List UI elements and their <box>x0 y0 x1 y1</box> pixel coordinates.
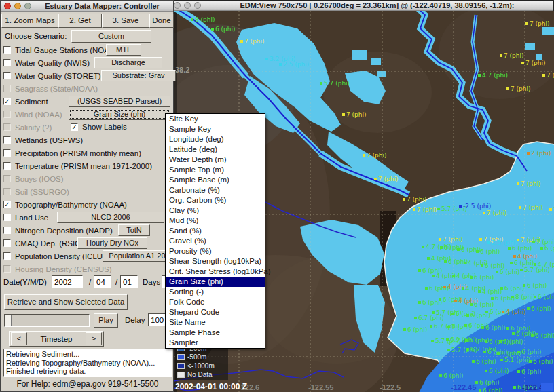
day-field[interactable] <box>120 275 138 288</box>
menu-item-org-carbon[interactable]: Org. Carbon (%) <box>166 195 265 205</box>
sample-marker-icon <box>472 360 475 363</box>
sample-marker-icon <box>485 370 487 372</box>
checkbox-precipitation-prism-monthly-mean[interactable] <box>3 149 11 157</box>
checkbox-land-use[interactable] <box>3 214 11 221</box>
button-nlcd-2006[interactable]: NLCD 2006 <box>57 212 164 223</box>
menu-item-site-name[interactable]: Site Name <box>166 317 265 328</box>
phi-label: 5.7 (phi) <box>520 267 550 273</box>
checkbox-sediment[interactable]: ✓ <box>3 98 11 105</box>
log-line: Retrieving Sediment... <box>6 350 169 359</box>
tab-3-save-data[interactable]: 3. Save Data <box>102 14 149 28</box>
sample-marker-icon <box>517 351 520 353</box>
minimize-icon[interactable] <box>14 3 21 9</box>
checkbox-show-labels[interactable]: ✓ <box>71 123 78 131</box>
sample-marker-icon <box>444 260 447 263</box>
sample-marker-icon <box>511 296 514 298</box>
checkbox-tidal-gauge-stations-noaa[interactable] <box>3 46 11 54</box>
menu-item-grain-size-phi[interactable]: Grain Size (phi) <box>166 277 265 287</box>
sample-marker-icon <box>413 208 416 211</box>
tab-2-get-data[interactable]: 2. Get Data <box>58 14 102 28</box>
button-usgs-seabed-parsed[interactable]: (USGS SEABED Parsed) <box>69 96 170 107</box>
year-field[interactable] <box>52 275 83 288</box>
menu-item-sample-phase[interactable]: Sample Phase <box>166 328 265 338</box>
sample-marker-icon <box>427 257 430 260</box>
timestep-prev-button[interactable]: < <box>11 332 27 345</box>
log-line: Finished retrieving data. <box>6 367 169 376</box>
tab-done[interactable]: Done <box>149 14 174 28</box>
play-button[interactable]: Play <box>94 313 118 328</box>
tab-bar: 1. Zoom Maps2. Get Data3. Save DataDone <box>1 14 174 28</box>
timestep-group: < Timestep > <box>9 331 104 347</box>
checkbox-temperature-prism-mean-1971-2000[interactable] <box>3 162 11 170</box>
menu-item-sampler[interactable]: Sampler <box>166 338 265 348</box>
phi-label: 6.7 (phi) <box>414 315 444 321</box>
longitude-label: -122.5 <box>380 383 401 391</box>
checkbox-wetlands-usfws[interactable] <box>3 136 11 144</box>
menu-item-shepard-code[interactable]: Shepard Code <box>166 307 265 317</box>
button-substrate-grav[interactable]: Substrate: Grav <box>101 70 176 81</box>
button-mtl[interactable]: MTL <box>106 44 141 56</box>
tab-1-zoom-maps[interactable]: 1. Zoom Maps <box>1 14 58 28</box>
resize-grip[interactable] <box>541 383 553 391</box>
phi-label: 6 (phi) <box>470 301 494 308</box>
menu-item-longitude-deg[interactable]: Longitude (deg) <box>166 134 265 144</box>
phi-label: 2.5 (phi) <box>279 61 309 68</box>
checkbox-nitrogen-deposition-nadp[interactable] <box>3 227 11 234</box>
menu-item-latitude-deg[interactable]: Latitude (deg) <box>166 144 265 155</box>
button-discharge[interactable]: Discharge <box>94 57 162 68</box>
sample-marker-icon <box>531 334 534 337</box>
month-field[interactable] <box>94 275 111 288</box>
menu-item-sample-key[interactable]: Sample Key <box>166 124 265 134</box>
menu-item-gravel[interactable]: Gravel (%) <box>166 236 265 246</box>
layer-row-wetlands-usfws: Wetlands (USFWS) <box>1 134 174 146</box>
menu-item-site-key[interactable]: Site Key <box>166 114 265 124</box>
zoom-icon[interactable] <box>194 2 201 9</box>
status-log[interactable]: Retrieving Sediment... Retrieving Topogr… <box>3 349 172 377</box>
menu-item-porosity[interactable]: Porosity (%) <box>166 246 265 256</box>
menu-item-sample-base-m[interactable]: Sample Base (m) <box>166 175 265 185</box>
phi-label: 6 (phi) <box>499 338 523 345</box>
button-hourly-dry-nox[interactable]: Hourly Dry NOx <box>77 237 147 249</box>
zoom-icon[interactable] <box>24 3 31 9</box>
sample-marker-icon <box>464 262 466 264</box>
menu-item-mud[interactable]: Mud (%) <box>166 216 265 226</box>
checkbox-population-density-iclus[interactable] <box>3 252 11 260</box>
sample-marker-icon <box>496 271 498 273</box>
sample-marker-icon <box>513 255 516 258</box>
menu-item-carbonate[interactable]: Carbonate (%) <box>166 185 265 195</box>
retrieve-button[interactable]: Retrieve and Show Selected Data <box>4 294 128 310</box>
close-icon[interactable] <box>4 3 11 9</box>
legend-label: No Data <box>187 371 213 378</box>
checkbox-topography-bathymetry-noaa[interactable]: ✓ <box>3 201 11 208</box>
menu-item-shear-strength-log10kpa[interactable]: Shear Strength (log10kPa) <box>166 256 265 267</box>
sample-marker-icon <box>265 58 268 60</box>
menu-item-sand[interactable]: Sand (%) <box>166 226 265 236</box>
longitude-label: -122.4 <box>522 383 543 391</box>
menu-item-clay[interactable]: Clay (%) <box>166 205 265 216</box>
phi-label: 6 (phi) <box>500 285 525 292</box>
menu-item-crit-shear-stress-log10kpa[interactable]: Crit. Shear Stress (log10kPa) <box>166 267 265 277</box>
layer-row-nitrogen-deposition-nadp: Nitrogen Deposition (NADP)TotN <box>1 224 174 237</box>
longitude-label: -122.45 <box>451 383 476 391</box>
sample-marker-icon <box>432 311 435 314</box>
checkbox-water-quality-nwis[interactable] <box>3 59 11 66</box>
menu-item-sample-top-m[interactable]: Sample Top (m) <box>166 165 265 175</box>
controller-titlebar[interactable]: Estuary Data Mapper: Controller <box>1 1 173 12</box>
close-icon[interactable] <box>174 2 181 9</box>
checkbox-cmaq-dep-rsig[interactable] <box>3 239 11 247</box>
button-totn[interactable]: TotN <box>118 224 150 236</box>
scenario-button[interactable]: Custom <box>71 30 151 43</box>
sample-marker-icon <box>517 239 519 241</box>
sample-marker-icon <box>430 325 432 328</box>
progress-bar <box>4 314 90 327</box>
button-grain-size-phi[interactable]: Grain Size (phi) <box>69 109 170 120</box>
menu-item-water-depth-m[interactable]: Water Depth (m) <box>166 155 265 165</box>
layer-row-population-density-iclus: Population Density (ICLUS)Population A1 … <box>1 250 174 262</box>
menu-item-folk-code[interactable]: Folk Code <box>166 297 265 307</box>
minimize-icon[interactable] <box>184 2 191 9</box>
menu-item-sorting[interactable]: Sorting (-) <box>166 287 265 297</box>
phi-label: 6 (phi) <box>496 269 520 275</box>
timestep-next-button[interactable]: > <box>86 332 102 345</box>
checkbox-water-quality-storet[interactable] <box>3 72 11 79</box>
map-titlebar[interactable]: EDM:View 750x750 [ 0.26700deg = 23.361km… <box>170 1 553 11</box>
